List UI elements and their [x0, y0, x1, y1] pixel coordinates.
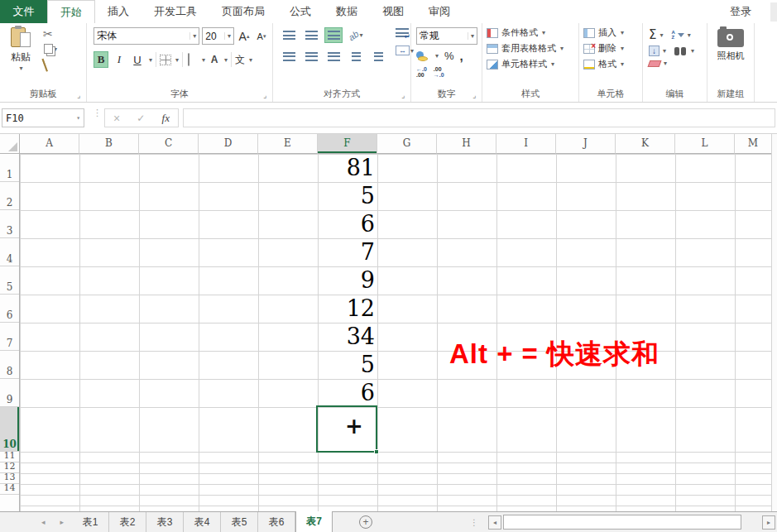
row-header[interactable]: 8	[0, 351, 19, 379]
underline-button[interactable]: U	[130, 51, 145, 68]
insert-cells-button[interactable]: 插入 ▾	[583, 26, 642, 39]
camera-button[interactable]: 照相机	[707, 23, 754, 62]
tab-file[interactable]: 文件	[0, 0, 47, 23]
row-header-selected[interactable]: 10	[0, 407, 19, 452]
cell-F1[interactable]: 81	[318, 154, 375, 182]
copy-icon[interactable]	[44, 44, 53, 54]
tab-formulas[interactable]: 公式	[277, 0, 324, 23]
align-bottom-icon[interactable]	[324, 27, 343, 43]
cell-F6[interactable]: 12	[318, 295, 375, 323]
tab-review[interactable]: 审阅	[416, 0, 463, 23]
column-header[interactable]: H	[437, 134, 496, 154]
align-top-icon[interactable]	[280, 27, 298, 43]
sheet-nav-right-icon[interactable]: ▸	[60, 518, 65, 526]
horizontal-scrollbar-thumb[interactable]	[503, 515, 741, 530]
column-header[interactable]: K	[616, 134, 675, 154]
format-cells-button[interactable]: 格式 ▾	[583, 58, 642, 70]
cell-styles-button[interactable]: 单元格样式 ▾	[487, 58, 578, 70]
row-header[interactable]: 3	[0, 210, 19, 238]
fill-handle[interactable]	[374, 449, 379, 454]
font-color-icon[interactable]: A	[209, 54, 220, 65]
alignment-dialog-launcher-icon[interactable]	[401, 92, 409, 99]
number-dialog-launcher-icon[interactable]	[472, 92, 480, 99]
bold-button[interactable]: B	[94, 51, 108, 68]
row-header[interactable]: 14	[0, 484, 19, 495]
format-painter-icon[interactable]	[42, 56, 55, 67]
clear-dropdown-arrow-icon[interactable]: ▾	[664, 60, 667, 67]
row-header[interactable]: 9	[0, 379, 19, 407]
font-size-dropdown-arrow-icon[interactable]: ▾	[224, 32, 231, 40]
fill-color-icon[interactable]	[186, 54, 198, 65]
row-header[interactable]: 2	[0, 182, 19, 210]
number-format-dropdown-arrow-icon[interactable]: ▾	[468, 32, 474, 40]
find-select-binoculars-icon[interactable]	[674, 47, 688, 55]
decrease-font-size-button[interactable]: A▾	[254, 28, 269, 45]
scroll-right-icon[interactable]: ▸	[762, 515, 775, 530]
formula-input[interactable]	[183, 108, 775, 127]
accounting-format-icon[interactable]	[416, 51, 429, 61]
paste-dropdown-arrow-icon[interactable]: ▾	[19, 65, 22, 72]
wrap-text-icon[interactable]: ↵	[396, 28, 409, 38]
sheet-tab-6[interactable]: 表6	[258, 512, 295, 532]
sheet-tab-3[interactable]: 表3	[146, 512, 184, 532]
name-box[interactable]: F10 ▾	[2, 108, 84, 127]
percent-style-button[interactable]: %	[444, 50, 454, 62]
column-header[interactable]: C	[139, 134, 199, 154]
autosum-icon[interactable]: Σ	[649, 27, 656, 42]
cut-scissors-icon[interactable]: ✂	[43, 27, 57, 41]
fill-down-icon[interactable]: ↓	[649, 46, 659, 56]
sheet-tab-5[interactable]: 表5	[221, 512, 258, 532]
column-header[interactable]: M	[735, 134, 771, 154]
grid-rows-11-15[interactable]	[20, 452, 771, 511]
tab-view[interactable]: 视图	[370, 0, 416, 23]
row-header[interactable]: 4	[0, 238, 19, 266]
increase-decimal-icon[interactable]: ←.0.00	[416, 66, 427, 78]
column-header-selected[interactable]: F	[318, 134, 377, 154]
sheet-tab-1[interactable]: 表1	[72, 512, 109, 532]
align-right-icon[interactable]	[324, 49, 343, 65]
insert-function-button[interactable]: fx	[162, 112, 170, 125]
row-header[interactable]: 7	[0, 323, 19, 351]
row-header[interactable]: 6	[0, 295, 19, 323]
number-format-combo[interactable]: 常规 ▾	[416, 27, 477, 45]
grid-row-10[interactable]	[20, 407, 771, 452]
font-color-dropdown-arrow-icon[interactable]: ▾	[224, 56, 228, 64]
sheet-tab-2[interactable]: 表2	[109, 512, 146, 532]
sheet-tab-4[interactable]: 表4	[184, 512, 221, 532]
vertical-scrollbar[interactable]	[771, 134, 777, 511]
fill-color-dropdown-arrow-icon[interactable]: ▾	[202, 56, 205, 64]
filter-funnel-icon[interactable]	[678, 33, 684, 37]
cell-F9[interactable]: 6	[318, 379, 375, 407]
accounting-dropdown-arrow-icon[interactable]: ▾	[435, 52, 439, 60]
name-box-dropdown-arrow-icon[interactable]: ▾	[76, 114, 80, 122]
paste-button[interactable]: 粘贴 ▾	[5, 26, 36, 83]
column-header[interactable]: I	[496, 134, 556, 154]
tab-page-layout[interactable]: 页面布局	[209, 0, 277, 23]
cell-F3[interactable]: 6	[318, 210, 375, 238]
sort-filter-dropdown-arrow-icon[interactable]: ▾	[688, 31, 691, 39]
cell-F8[interactable]: 5	[318, 351, 375, 379]
enter-button[interactable]: ✓	[137, 113, 145, 124]
orientation-icon[interactable]: ab▾	[347, 27, 365, 43]
row-header[interactable]: 1	[0, 154, 19, 182]
copy-dropdown-arrow-icon[interactable]: ▾	[54, 46, 57, 53]
scroll-left-icon[interactable]: ◂	[488, 515, 501, 530]
row-header[interactable]: 5	[0, 266, 19, 295]
autosum-dropdown-arrow-icon[interactable]: ▾	[659, 31, 663, 39]
decrease-indent-icon[interactable]	[347, 49, 365, 65]
font-name-dropdown-arrow-icon[interactable]: ▾	[189, 32, 196, 40]
tab-insert[interactable]: 插入	[95, 0, 141, 23]
italic-button[interactable]: I	[112, 51, 127, 68]
column-header[interactable]: E	[258, 134, 318, 154]
underline-dropdown-arrow-icon[interactable]: ▾	[149, 56, 152, 64]
sign-in-button[interactable]: 登录	[730, 0, 751, 23]
column-header[interactable]: D	[199, 134, 258, 154]
format-as-table-button[interactable]: 套用表格格式 ▾	[487, 42, 578, 55]
conditional-formatting-button[interactable]: 条件格式 ▾	[487, 26, 578, 39]
borders-icon[interactable]	[160, 55, 171, 65]
sheet-tab-7-active[interactable]: 表7	[295, 511, 333, 532]
horizontal-scrollbar[interactable]: ◂ ▸	[487, 511, 777, 532]
decrease-decimal-icon[interactable]: .00→.0	[434, 66, 444, 78]
delete-cells-button[interactable]: 删除 ▾	[583, 42, 642, 55]
cell-F4[interactable]: 7	[318, 238, 375, 266]
